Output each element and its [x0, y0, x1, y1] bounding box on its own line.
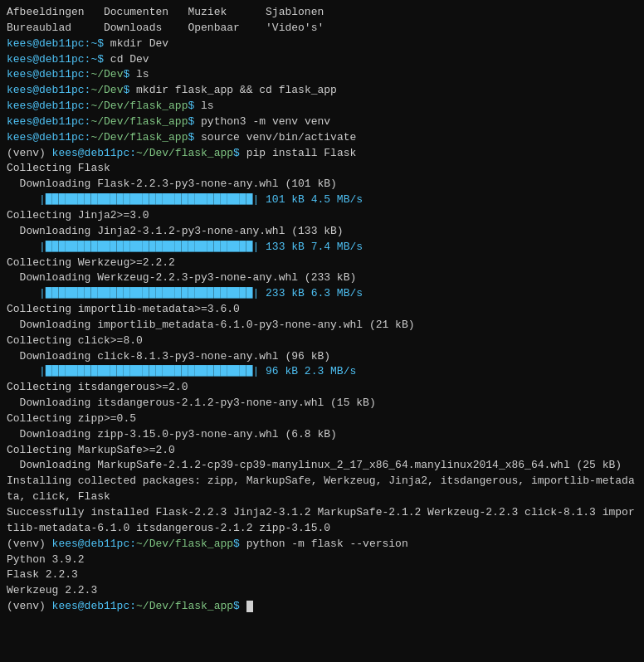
terminal-line: (venv) kees@deb11pc:~/Dev/flask_app$ pyt… [7, 537, 637, 552]
terminal-line: Collecting importlib-metadata>=3.6.0 [7, 302, 637, 318]
terminal-line: Collecting Jinja2>=3.0 [7, 208, 637, 224]
terminal-line: Downloading Jinja2-3.1.2-py3-none-any.wh… [7, 224, 637, 240]
terminal-line: Successfully installed Flask-2.2.3 Jinja… [7, 505, 637, 537]
terminal-line: kees@deb11pc:~$ mkdir Dev [7, 37, 637, 52]
terminal-line: (venv) kees@deb11pc:~/Dev/flask_app$ [7, 599, 637, 615]
terminal-line: kees@deb11pc:~/Dev$ ls [7, 67, 637, 83]
terminal-line: Downloading Flask-2.2.3-py3-none-any.whl… [7, 177, 637, 192]
terminal-line: (venv) kees@deb11pc:~/Dev/flask_app$ pip… [7, 146, 637, 162]
terminal-line: Collecting MarkupSafe>=2.0 [7, 443, 637, 459]
terminal-line: kees@deb11pc:~/Dev$ mkdir flask_app && c… [7, 83, 637, 99]
terminal-line: kees@deb11pc:~/Dev/flask_app$ ls [7, 99, 637, 114]
terminal-line: Collecting Flask [7, 161, 637, 177]
terminal-line: kees@deb11pc:~/Dev/flask_app$ source ven… [7, 130, 637, 146]
terminal-line: Downloading itsdangerous-2.1.2-py3-none-… [7, 396, 637, 411]
terminal-line: |████████████████████████████████| 233 k… [7, 286, 637, 302]
terminal-line: Collecting click>=8.0 [7, 333, 637, 349]
terminal-line: Collecting itsdangerous>=2.0 [7, 380, 637, 396]
terminal-line: Bureaublad Downloads Openbaar 'Video's' [7, 21, 637, 37]
terminal-line: Flask 2.2.3 [7, 567, 637, 583]
terminal-line: Downloading Werkzeug-2.2.3-py3-none-any.… [7, 270, 637, 286]
terminal-line: Downloading importlib_metadata-6.1.0-py3… [7, 318, 637, 333]
terminal-window[interactable]: Afbeeldingen Documenten Muziek Sjablonen… [0, 0, 644, 662]
terminal-line: Collecting zipp>=0.5 [7, 411, 637, 427]
terminal-line: Downloading zipp-3.15.0-py3-none-any.whl… [7, 427, 637, 443]
terminal-line: kees@deb11pc:~$ cd Dev [7, 52, 637, 68]
terminal-line: Afbeeldingen Documenten Muziek Sjablonen [7, 5, 637, 21]
terminal-line: Collecting Werkzeug>=2.2.2 [7, 256, 637, 271]
terminal-line: Installing collected packages: zipp, Mar… [7, 474, 637, 505]
terminal-line: |████████████████████████████████| 96 kB… [7, 364, 637, 380]
terminal-line: Downloading click-8.1.3-py3-none-any.whl… [7, 349, 637, 365]
terminal-line: |████████████████████████████████| 133 k… [7, 240, 637, 256]
terminal-line: kees@deb11pc:~/Dev/flask_app$ python3 -m… [7, 114, 637, 130]
terminal-line: |████████████████████████████████| 101 k… [7, 192, 637, 208]
terminal-line: Python 3.9.2 [7, 552, 637, 568]
terminal-line: Werkzeug 2.2.3 [7, 583, 637, 599]
terminal-line: Downloading MarkupSafe-2.1.2-cp39-cp39-m… [7, 458, 637, 474]
terminal-cursor [246, 601, 253, 612]
terminal-content: Afbeeldingen Documenten Muziek Sjablonen… [7, 5, 637, 615]
